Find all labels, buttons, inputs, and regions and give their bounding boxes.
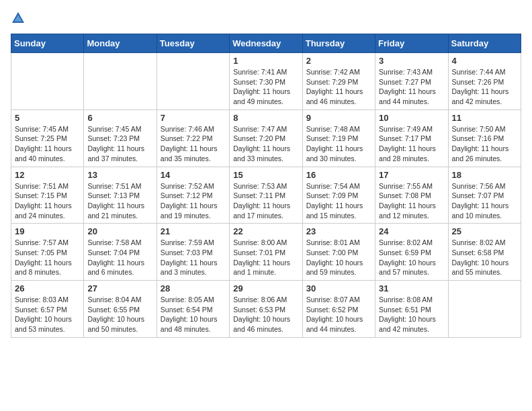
day-number: 16 xyxy=(306,170,371,180)
calendar-cell: 14Sunrise: 7:52 AM Sunset: 7:12 PM Dayli… xyxy=(157,167,229,224)
day-number: 4 xyxy=(452,56,517,66)
calendar-cell: 1Sunrise: 7:41 AM Sunset: 7:30 PM Daylig… xyxy=(230,53,302,110)
day-info: Sunrise: 7:52 AM Sunset: 7:12 PM Dayligh… xyxy=(161,181,226,221)
calendar-cell: 30Sunrise: 8:07 AM Sunset: 6:52 PM Dayli… xyxy=(302,281,375,338)
calendar-week-5: 26Sunrise: 8:03 AM Sunset: 6:57 PM Dayli… xyxy=(11,281,521,338)
calendar-cell: 8Sunrise: 7:47 AM Sunset: 7:20 PM Daylig… xyxy=(230,109,302,167)
day-info: Sunrise: 8:04 AM Sunset: 6:55 PM Dayligh… xyxy=(87,295,152,334)
calendar-cell: 21Sunrise: 7:59 AM Sunset: 7:03 PM Dayli… xyxy=(157,224,229,281)
day-info: Sunrise: 8:01 AM Sunset: 7:00 PM Dayligh… xyxy=(306,238,371,277)
calendar-week-4: 19Sunrise: 7:57 AM Sunset: 7:05 PM Dayli… xyxy=(11,224,521,281)
day-number: 8 xyxy=(233,113,298,123)
day-number: 20 xyxy=(87,226,152,236)
day-number: 23 xyxy=(306,226,371,236)
day-info: Sunrise: 8:03 AM Sunset: 6:57 PM Dayligh… xyxy=(15,295,80,334)
calendar-week-2: 5Sunrise: 7:45 AM Sunset: 7:25 PM Daylig… xyxy=(11,109,521,167)
day-info: Sunrise: 7:46 AM Sunset: 7:22 PM Dayligh… xyxy=(161,124,226,164)
day-number: 2 xyxy=(306,56,371,66)
day-info: Sunrise: 7:56 AM Sunset: 7:07 PM Dayligh… xyxy=(452,181,517,221)
calendar-cell: 15Sunrise: 7:53 AM Sunset: 7:11 PM Dayli… xyxy=(230,167,302,224)
day-info: Sunrise: 7:54 AM Sunset: 7:09 PM Dayligh… xyxy=(306,181,371,221)
day-number: 11 xyxy=(452,113,517,123)
calendar-week-1: 1Sunrise: 7:41 AM Sunset: 7:30 PM Daylig… xyxy=(11,53,521,110)
day-number: 25 xyxy=(452,226,517,236)
day-number: 15 xyxy=(233,170,298,180)
calendar-cell: 7Sunrise: 7:46 AM Sunset: 7:22 PM Daylig… xyxy=(157,109,229,167)
day-number: 29 xyxy=(233,283,298,293)
day-info: Sunrise: 7:43 AM Sunset: 7:27 PM Dayligh… xyxy=(379,67,444,107)
calendar-cell: 31Sunrise: 8:08 AM Sunset: 6:51 PM Dayli… xyxy=(375,281,448,338)
calendar-cell: 3Sunrise: 7:43 AM Sunset: 7:27 PM Daylig… xyxy=(375,53,448,110)
calendar-cell: 2Sunrise: 7:42 AM Sunset: 7:29 PM Daylig… xyxy=(302,53,375,110)
calendar-cell: 13Sunrise: 7:51 AM Sunset: 7:13 PM Dayli… xyxy=(84,167,157,224)
day-number: 21 xyxy=(161,226,226,236)
day-number: 13 xyxy=(87,170,152,180)
day-number: 3 xyxy=(379,56,444,66)
day-info: Sunrise: 7:48 AM Sunset: 7:19 PM Dayligh… xyxy=(306,124,371,164)
calendar-cell: 18Sunrise: 7:56 AM Sunset: 7:07 PM Dayli… xyxy=(448,167,521,224)
calendar-cell: 4Sunrise: 7:44 AM Sunset: 7:26 PM Daylig… xyxy=(448,53,521,110)
calendar-cell: 16Sunrise: 7:54 AM Sunset: 7:09 PM Dayli… xyxy=(302,167,375,224)
day-info: Sunrise: 7:51 AM Sunset: 7:15 PM Dayligh… xyxy=(15,181,80,221)
calendar-cell xyxy=(11,53,84,110)
calendar-cell: 26Sunrise: 8:03 AM Sunset: 6:57 PM Dayli… xyxy=(11,281,84,338)
day-number: 1 xyxy=(233,56,298,66)
calendar-cell: 12Sunrise: 7:51 AM Sunset: 7:15 PM Dayli… xyxy=(11,167,84,224)
calendar-header-saturday: Saturday xyxy=(448,34,521,53)
calendar-cell xyxy=(84,53,157,110)
day-number: 30 xyxy=(306,283,371,293)
calendar-cell: 22Sunrise: 8:00 AM Sunset: 7:01 PM Dayli… xyxy=(230,224,302,281)
calendar-cell: 6Sunrise: 7:45 AM Sunset: 7:23 PM Daylig… xyxy=(84,109,157,167)
day-number: 6 xyxy=(87,113,152,123)
calendar-cell: 23Sunrise: 8:01 AM Sunset: 7:00 PM Dayli… xyxy=(302,224,375,281)
calendar-cell: 17Sunrise: 7:55 AM Sunset: 7:08 PM Dayli… xyxy=(375,167,448,224)
logo-icon xyxy=(11,11,26,26)
day-info: Sunrise: 8:08 AM Sunset: 6:51 PM Dayligh… xyxy=(379,295,444,334)
day-info: Sunrise: 7:50 AM Sunset: 7:16 PM Dayligh… xyxy=(452,124,517,164)
day-info: Sunrise: 7:59 AM Sunset: 7:03 PM Dayligh… xyxy=(161,238,226,277)
day-info: Sunrise: 7:41 AM Sunset: 7:30 PM Dayligh… xyxy=(233,67,298,107)
day-number: 10 xyxy=(379,113,444,123)
calendar-cell xyxy=(157,53,229,110)
day-info: Sunrise: 7:53 AM Sunset: 7:11 PM Dayligh… xyxy=(233,181,298,221)
day-info: Sunrise: 7:51 AM Sunset: 7:13 PM Dayligh… xyxy=(87,181,152,221)
calendar-table: SundayMondayTuesdayWednesdayThursdayFrid… xyxy=(11,34,521,338)
logo xyxy=(11,11,28,26)
calendar-cell: 10Sunrise: 7:49 AM Sunset: 7:17 PM Dayli… xyxy=(375,109,448,167)
day-number: 22 xyxy=(233,226,298,236)
day-number: 18 xyxy=(452,170,517,180)
day-number: 7 xyxy=(161,113,226,123)
day-info: Sunrise: 8:00 AM Sunset: 7:01 PM Dayligh… xyxy=(233,238,298,277)
day-number: 26 xyxy=(15,283,80,293)
calendar-header-thursday: Thursday xyxy=(302,34,375,53)
calendar-cell: 11Sunrise: 7:50 AM Sunset: 7:16 PM Dayli… xyxy=(448,109,521,167)
day-number: 17 xyxy=(379,170,444,180)
calendar-header-wednesday: Wednesday xyxy=(230,34,302,53)
day-info: Sunrise: 8:07 AM Sunset: 6:52 PM Dayligh… xyxy=(306,295,371,334)
day-info: Sunrise: 7:44 AM Sunset: 7:26 PM Dayligh… xyxy=(452,67,517,107)
day-info: Sunrise: 8:05 AM Sunset: 6:54 PM Dayligh… xyxy=(161,295,226,334)
day-info: Sunrise: 7:49 AM Sunset: 7:17 PM Dayligh… xyxy=(379,124,444,164)
day-info: Sunrise: 8:02 AM Sunset: 6:58 PM Dayligh… xyxy=(452,238,517,277)
day-info: Sunrise: 8:06 AM Sunset: 6:53 PM Dayligh… xyxy=(233,295,298,334)
calendar-cell: 24Sunrise: 8:02 AM Sunset: 6:59 PM Dayli… xyxy=(375,224,448,281)
calendar-cell xyxy=(448,281,521,338)
calendar-cell: 20Sunrise: 7:58 AM Sunset: 7:04 PM Dayli… xyxy=(84,224,157,281)
day-number: 27 xyxy=(87,283,152,293)
day-number: 14 xyxy=(161,170,226,180)
calendar-cell: 19Sunrise: 7:57 AM Sunset: 7:05 PM Dayli… xyxy=(11,224,84,281)
day-number: 28 xyxy=(161,283,226,293)
day-info: Sunrise: 7:58 AM Sunset: 7:04 PM Dayligh… xyxy=(87,238,152,277)
day-info: Sunrise: 7:57 AM Sunset: 7:05 PM Dayligh… xyxy=(15,238,80,277)
calendar-header-friday: Friday xyxy=(375,34,448,53)
day-number: 19 xyxy=(15,226,80,236)
calendar-cell: 5Sunrise: 7:45 AM Sunset: 7:25 PM Daylig… xyxy=(11,109,84,167)
calendar-week-3: 12Sunrise: 7:51 AM Sunset: 7:15 PM Dayli… xyxy=(11,167,521,224)
calendar-cell: 27Sunrise: 8:04 AM Sunset: 6:55 PM Dayli… xyxy=(84,281,157,338)
calendar-header-monday: Monday xyxy=(84,34,157,53)
day-info: Sunrise: 7:55 AM Sunset: 7:08 PM Dayligh… xyxy=(379,181,444,221)
day-info: Sunrise: 7:47 AM Sunset: 7:20 PM Dayligh… xyxy=(233,124,298,164)
day-info: Sunrise: 7:42 AM Sunset: 7:29 PM Dayligh… xyxy=(306,67,371,107)
day-info: Sunrise: 7:45 AM Sunset: 7:23 PM Dayligh… xyxy=(87,124,152,164)
day-number: 5 xyxy=(15,113,80,123)
